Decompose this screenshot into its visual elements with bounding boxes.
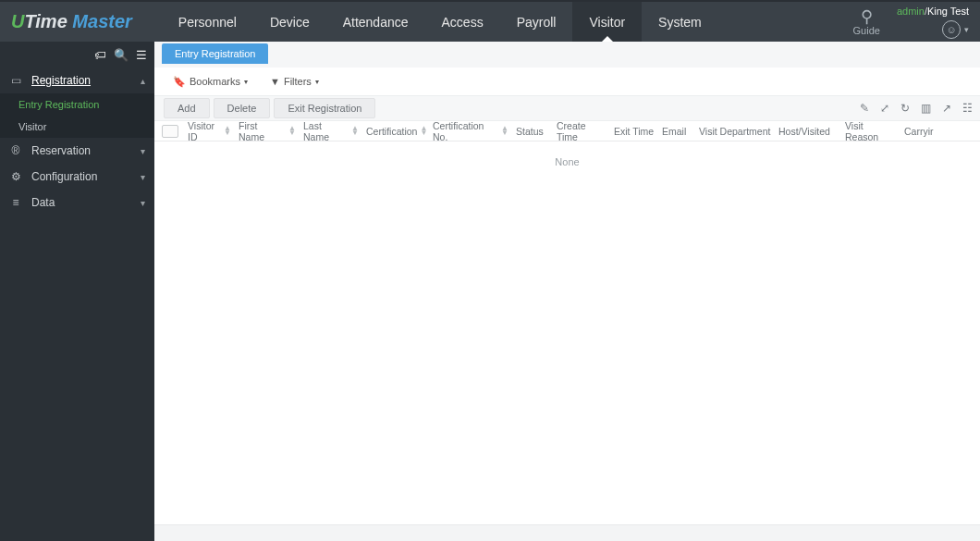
- section-label: Configuration: [31, 170, 97, 183]
- chevron-down-icon: ▾: [964, 25, 969, 34]
- column-label: Host/Visited: [778, 126, 830, 137]
- chevron-down-icon: ▾: [315, 78, 319, 86]
- top-bar: UTime Master PersonnelDeviceAttendanceAc…: [0, 0, 980, 42]
- sidebar-item-entry-registration[interactable]: Entry Registration: [0, 93, 154, 116]
- sidebar-section-registration[interactable]: ▭Registration▴: [0, 68, 154, 93]
- column-status[interactable]: Status: [512, 126, 553, 137]
- topnav-item-attendance[interactable]: Attendance: [326, 2, 425, 42]
- chevron-down-icon: ▾: [141, 198, 145, 208]
- logo-time: Time: [24, 11, 67, 31]
- logo: UTime Master: [0, 11, 143, 32]
- list-icon[interactable]: ☰: [136, 48, 147, 62]
- column-label: Email: [662, 126, 686, 137]
- empty-text: None: [555, 156, 579, 167]
- column-label: Create Time: [557, 120, 606, 142]
- chevron-down-icon: ▾: [141, 172, 145, 182]
- column-label: Certification: [366, 126, 417, 137]
- action-bar: Add Delete Exit Registration ✎ ⤢ ↻ ▥ ↗ ☷: [154, 95, 980, 121]
- bookmark-icon: 🔖: [173, 76, 186, 88]
- column-first-name[interactable]: First Name▲▼: [235, 120, 300, 142]
- sidebar-top-icons: 🏷 🔍 ☰: [0, 42, 154, 68]
- column-certification-no-[interactable]: Certification No.▲▼: [429, 120, 512, 142]
- column-label: Certification No.: [433, 120, 498, 142]
- column-label: Status: [516, 126, 544, 137]
- column-label: Carryir: [904, 126, 934, 137]
- user-company: King Test: [927, 6, 969, 17]
- exit-registration-button[interactable]: Exit Registration: [274, 98, 375, 118]
- section-icon: ≡: [9, 196, 22, 209]
- section-icon: ®: [9, 144, 22, 157]
- user-menu[interactable]: ☺ ▾: [942, 20, 969, 39]
- column-label: First Name: [239, 120, 286, 142]
- column-exit-time[interactable]: Exit Time: [610, 126, 658, 137]
- top-nav: PersonnelDeviceAttendanceAccessPayrollVi…: [162, 2, 718, 42]
- topnav-item-personnel[interactable]: Personnel: [162, 2, 253, 42]
- search-icon[interactable]: 🔍: [114, 48, 129, 62]
- bookmarks-dropdown[interactable]: 🔖 Bookmarks ▾: [173, 76, 248, 88]
- bookmarks-label: Bookmarks: [190, 76, 240, 87]
- sidebar: 🏷 🔍 ☰ ▭Registration▴Entry RegistrationVi…: [0, 42, 154, 541]
- guide-label: Guide: [853, 25, 880, 36]
- chevron-down-icon: ▾: [141, 146, 145, 156]
- chevron-up-icon: ▴: [141, 76, 145, 86]
- user-info: admin/King Test: [897, 6, 969, 17]
- column-label: Last Name: [303, 120, 349, 142]
- avatar-icon: ☺: [942, 20, 961, 39]
- edit-icon[interactable]: ✎: [860, 102, 869, 115]
- sort-icon: ▲▼: [501, 127, 508, 135]
- column-visit-department[interactable]: Visit Department: [695, 126, 775, 137]
- table-header: Visitor ID▲▼First Name▲▼Last Name▲▼Certi…: [154, 121, 980, 141]
- chevron-down-icon: ▾: [244, 78, 248, 86]
- column-label: Visit Reason: [845, 120, 897, 142]
- column-label: Visitor ID: [188, 120, 221, 142]
- column-create-time[interactable]: Create Time: [553, 120, 610, 142]
- column-certification[interactable]: Certification▲▼: [362, 126, 429, 137]
- column-last-name[interactable]: Last Name▲▼: [300, 120, 362, 142]
- guide-button[interactable]: ⚲ Guide: [853, 8, 880, 36]
- tab-entry-registration[interactable]: Entry Registration: [162, 43, 268, 64]
- table-body: None: [154, 141, 980, 524]
- guide-icon: ⚲: [861, 8, 873, 25]
- footer-bar: [154, 524, 980, 541]
- topnav-item-system[interactable]: System: [642, 2, 718, 42]
- toolbar: 🔖 Bookmarks ▾ ▼ Filters ▾: [154, 68, 980, 95]
- filters-dropdown[interactable]: ▼ Filters ▾: [270, 76, 319, 87]
- sidebar-item-visitor[interactable]: Visitor: [0, 116, 154, 138]
- refresh-icon[interactable]: ↻: [900, 102, 910, 115]
- sidebar-section-reservation[interactable]: ®Reservation▾: [0, 138, 154, 164]
- sidebar-section-data[interactable]: ≡Data▾: [0, 190, 154, 215]
- column-label: Visit Department: [699, 126, 770, 137]
- column-email[interactable]: Email: [658, 126, 695, 137]
- section-label: Reservation: [31, 144, 91, 157]
- column-visit-reason[interactable]: Visit Reason: [841, 120, 900, 142]
- topnav-item-visitor[interactable]: Visitor: [572, 2, 642, 42]
- column-carryir[interactable]: Carryir: [900, 126, 936, 137]
- logo-u: U: [11, 11, 24, 31]
- column-visitor-id[interactable]: Visitor ID▲▼: [184, 120, 235, 142]
- sort-icon: ▲▼: [351, 127, 359, 135]
- topnav-item-access[interactable]: Access: [425, 2, 500, 42]
- settings-icon[interactable]: ☷: [962, 102, 973, 115]
- expand-icon[interactable]: ⤢: [880, 102, 889, 115]
- content-area: Entry Registration 🔖 Bookmarks ▾ ▼ Filte…: [154, 42, 980, 541]
- tag-icon[interactable]: 🏷: [94, 48, 106, 62]
- section-label: Registration: [31, 74, 91, 87]
- delete-button[interactable]: Delete: [214, 98, 271, 118]
- logo-master: Master: [72, 11, 131, 31]
- top-right: ⚲ Guide admin/King Test ☺ ▾: [853, 6, 969, 39]
- sort-icon: ▲▼: [420, 127, 427, 135]
- filters-label: Filters: [284, 76, 312, 87]
- add-button[interactable]: Add: [164, 98, 210, 118]
- section-label: Data: [31, 196, 55, 209]
- sort-icon: ▲▼: [288, 127, 296, 135]
- topnav-item-device[interactable]: Device: [253, 2, 326, 42]
- sidebar-section-configuration[interactable]: ⚙Configuration▾: [0, 164, 154, 190]
- topnav-item-payroll[interactable]: Payroll: [500, 2, 573, 42]
- action-icons: ✎ ⤢ ↻ ▥ ↗ ☷: [860, 102, 973, 115]
- columns-icon[interactable]: ▥: [921, 102, 931, 115]
- filter-icon: ▼: [270, 76, 280, 87]
- column-host-visited[interactable]: Host/Visited: [775, 126, 841, 137]
- select-all-checkbox[interactable]: [162, 125, 178, 138]
- section-icon: ▭: [9, 74, 22, 87]
- export-icon[interactable]: ↗: [942, 102, 951, 115]
